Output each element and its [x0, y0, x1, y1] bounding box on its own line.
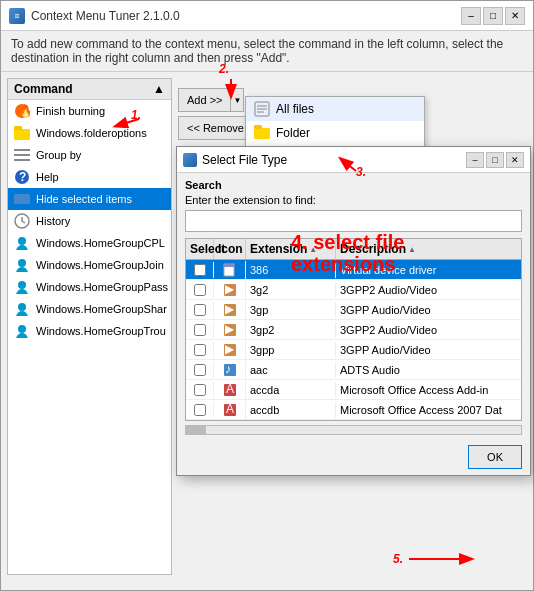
- homegroup-icon: [14, 235, 30, 251]
- dialog-controls: – □ ✕: [466, 152, 524, 168]
- maximize-button[interactable]: □: [483, 7, 503, 25]
- svg-rect-20: [254, 128, 270, 139]
- dialog-close-button[interactable]: ✕: [506, 152, 524, 168]
- cell-desc: 3GPP2 Audio/Video: [336, 282, 521, 298]
- cell-check[interactable]: [186, 342, 214, 358]
- cell-check[interactable]: [186, 322, 214, 338]
- cell-check[interactable]: [186, 362, 214, 378]
- svg-text:▶: ▶: [225, 283, 235, 296]
- cell-icon: [214, 261, 246, 279]
- window-controls: – □ ✕: [461, 7, 525, 25]
- command-list[interactable]: 🔥 Finish burning Windows.folderoptions: [8, 100, 171, 574]
- col-description[interactable]: Description ▲: [336, 239, 521, 259]
- cell-desc: 3GPP2 Audio/Video: [336, 322, 521, 338]
- list-item[interactable]: History: [8, 210, 171, 232]
- list-item[interactable]: 🔥 Finish burning: [8, 100, 171, 122]
- left-panel-header: Command ▲: [8, 79, 171, 100]
- list-item[interactable]: Windows.folderoptions: [8, 122, 171, 144]
- close-button[interactable]: ✕: [505, 7, 525, 25]
- table-row[interactable]: ♪ aac ADTS Audio: [186, 360, 521, 380]
- table-row[interactable]: A accdb Microsoft Office Access 2007 Dat: [186, 400, 521, 420]
- homegroup-icon: [14, 257, 30, 273]
- dropdown-item-folder[interactable]: Folder: [246, 121, 424, 145]
- dropdown-item-allfiles[interactable]: All files: [246, 97, 424, 121]
- list-item[interactable]: Windows.HomeGroupTrou: [8, 320, 171, 342]
- cell-icon: ▶: [214, 321, 246, 339]
- list-item-selected[interactable]: Hide selected items: [8, 188, 171, 210]
- table-row[interactable]: ▶ 3gp 3GPP Audio/Video: [186, 300, 521, 320]
- cell-ext: accdb: [246, 402, 336, 418]
- list-item[interactable]: Windows.HomeGroupPass: [8, 276, 171, 298]
- horizontal-scrollbar[interactable]: [185, 425, 522, 435]
- svg-point-13: [18, 281, 26, 289]
- table-row[interactable]: ▶ 3gpp 3GPP Audio/Video: [186, 340, 521, 360]
- scrollbar-thumb[interactable]: [186, 426, 206, 434]
- title-bar: ≡ Context Menu Tuner 2.1.0.0 – □ ✕: [1, 1, 533, 31]
- minimize-button[interactable]: –: [461, 7, 481, 25]
- cell-check[interactable]: [186, 302, 214, 318]
- svg-rect-5: [14, 154, 30, 156]
- allfiles-icon: [254, 101, 270, 117]
- homegroup-pass-icon: [14, 279, 30, 295]
- cell-desc: 3GPP Audio/Video: [336, 302, 521, 318]
- instruction-bar: To add new command to the context menu, …: [1, 31, 533, 72]
- table-row[interactable]: ▶ 3g2 3GPP2 Audio/Video: [186, 280, 521, 300]
- cell-desc: ADTS Audio: [336, 362, 521, 378]
- search-sublabel: Enter the extension to find:: [185, 194, 522, 206]
- col-select[interactable]: Select: [186, 239, 214, 259]
- burn-icon: 🔥: [14, 103, 30, 119]
- cell-ext: aac: [246, 362, 336, 378]
- cell-icon: A: [214, 401, 246, 419]
- cell-ext: accda: [246, 382, 336, 398]
- dialog-maximize-button[interactable]: □: [486, 152, 504, 168]
- cell-check[interactable]: [186, 282, 214, 298]
- svg-text:A: A: [226, 403, 234, 416]
- svg-text:▶: ▶: [225, 323, 235, 336]
- svg-rect-21: [254, 125, 262, 129]
- table-header: Select Icon Extension ▲ Description ▲: [186, 239, 521, 260]
- cell-ext: 3gp2: [246, 322, 336, 338]
- table-row[interactable]: ▶ 3gp2 3GPP2 Audio/Video: [186, 320, 521, 340]
- history-icon: [14, 213, 30, 229]
- svg-text:♪: ♪: [225, 363, 231, 376]
- sort-icon: ▲: [309, 245, 317, 254]
- list-item[interactable]: Windows.HomeGroupJoin: [8, 254, 171, 276]
- folder-opts-icon: [14, 125, 30, 141]
- app-icon: ≡: [9, 8, 25, 24]
- list-item[interactable]: Windows.HomeGroupCPL: [8, 232, 171, 254]
- svg-rect-4: [14, 149, 30, 151]
- ok-button[interactable]: OK: [468, 445, 522, 469]
- list-item[interactable]: Windows.HomeGroupShar: [8, 298, 171, 320]
- cell-check[interactable]: [186, 262, 214, 278]
- sort-icon: ▲: [408, 245, 416, 254]
- cell-ext: 3gp: [246, 302, 336, 318]
- left-panel: Command ▲ 🔥 Finish burning Windows.folde…: [7, 78, 172, 575]
- add-button[interactable]: Add >>: [178, 88, 230, 112]
- svg-point-11: [18, 237, 26, 245]
- cell-check[interactable]: [186, 402, 214, 418]
- dialog-minimize-button[interactable]: –: [466, 152, 484, 168]
- list-item[interactable]: Group by: [8, 144, 171, 166]
- svg-rect-9: [14, 194, 30, 204]
- col-extension[interactable]: Extension ▲: [246, 239, 336, 259]
- list-item[interactable]: ? Help: [8, 166, 171, 188]
- add-dropdown-button[interactable]: ▼: [230, 88, 244, 112]
- dialog-search-area: Search Enter the extension to find:: [177, 173, 530, 238]
- table-body[interactable]: 386 Virtual device driver ▶ 3g2 3GPP2 Au…: [186, 260, 521, 420]
- cell-icon: ▶: [214, 341, 246, 359]
- table-row[interactable]: 386 Virtual device driver: [186, 260, 521, 280]
- title-bar-left: ≡ Context Menu Tuner 2.1.0.0: [9, 8, 180, 24]
- homegroup-trou-icon: [14, 323, 30, 339]
- dialog-title-left: Select File Type: [183, 153, 287, 167]
- cell-ext: 3g2: [246, 282, 336, 298]
- col-icon[interactable]: Icon: [214, 239, 246, 259]
- cell-icon: ▶: [214, 281, 246, 299]
- table-row[interactable]: A accda Microsoft Office Access Add-in: [186, 380, 521, 400]
- search-input[interactable]: [185, 210, 522, 232]
- cell-desc: Virtual device driver: [336, 262, 521, 278]
- svg-point-15: [18, 325, 26, 333]
- dialog-footer: OK: [177, 439, 530, 475]
- cell-check[interactable]: [186, 382, 214, 398]
- cell-icon: A: [214, 381, 246, 399]
- dialog-title: Select File Type: [202, 153, 287, 167]
